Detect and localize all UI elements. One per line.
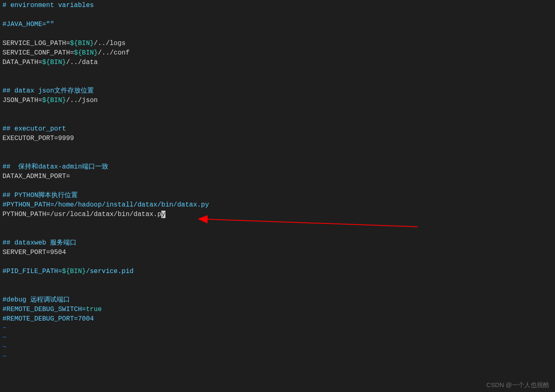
text-segment: /../data: [66, 59, 98, 66]
code-line: #PID_FILE_PATH=${BIN}/service.pid: [2, 267, 553, 276]
code-line: PYTHON_PATH=/usr/local/datax/bin/datax.p…: [2, 210, 553, 219]
tilde-segment: ~: [2, 353, 7, 361]
code-line: SERVICE_CONF_PATH=${BIN}/../conf: [2, 48, 553, 58]
code-line: EXECUTOR_PORT=9999: [2, 134, 553, 143]
comment-segment: #PID_FILE_PATH=: [2, 268, 62, 275]
text-segment: /../logs: [94, 40, 126, 47]
comment-segment: #PYTHON_PATH=/home/hadoop/install/datax/…: [2, 201, 209, 209]
text-segment: PYTHON_PATH=/usr/local/datax/bin/datax.p: [2, 211, 161, 218]
comment-segment: /service.pid: [86, 268, 134, 275]
comment-segment: #REMOTE_DEBUG_SWITCH=: [2, 306, 86, 313]
code-line: ## datax json文件存放位置: [2, 86, 553, 96]
code-line: [2, 181, 553, 191]
code-line: JSON_PATH=${BIN}/../json: [2, 96, 553, 105]
code-line: [2, 115, 553, 124]
comment-segment: ## datax json文件存放位置: [2, 87, 94, 95]
comment-segment: #debug 远程调试端口: [2, 296, 70, 304]
code-line: ## dataxweb 服务端口: [2, 238, 553, 248]
text-segment: EXECUTOR_PORT=9999: [2, 135, 74, 142]
var-segment: ${BIN}: [74, 49, 98, 57]
code-line: SERVER_PORT=9504: [2, 248, 553, 257]
code-line: [2, 276, 553, 286]
tilde-segment: ~: [2, 334, 7, 342]
comment-segment: ## dataxweb 服务端口: [2, 239, 77, 247]
code-line: #REMOTE_DEBUG_PORT=7004: [2, 314, 553, 324]
code-line: #REMOTE_DEBUG_SWITCH=true: [2, 305, 553, 314]
var-segment: ${BIN}: [42, 59, 66, 66]
code-line: [2, 77, 553, 86]
text-segment: DATA_PATH=: [2, 59, 42, 66]
text-segment: /../conf: [98, 49, 129, 57]
var-segment: ${BIN}: [62, 268, 86, 275]
code-line: ~: [2, 324, 553, 333]
var-segment: true: [86, 306, 102, 313]
code-line: [2, 219, 553, 229]
code-line: SERVICE_LOG_PATH=${BIN}/../logs: [2, 39, 553, 48]
text-segment: SERVICE_CONF_PATH=: [2, 49, 74, 57]
code-line: [2, 143, 553, 153]
code-line: ## 保持和datax-admin端口一致: [2, 162, 553, 172]
cursor-segment: y: [161, 211, 165, 218]
code-line: #PYTHON_PATH=/home/hadoop/install/datax/…: [2, 200, 553, 210]
tilde-segment: ~: [2, 344, 7, 351]
code-line: [2, 67, 553, 77]
watermark-text: CSDN @一个人也很酷: [486, 380, 549, 390]
text-segment: SERVER_PORT=9504: [2, 249, 66, 256]
comment-segment: ## 保持和datax-admin端口一致: [2, 163, 108, 171]
code-line: ~: [2, 343, 553, 352]
code-line: #JAVA_HOME="": [2, 20, 553, 29]
terminal-editor[interactable]: # environment variables #JAVA_HOME="" SE…: [0, 0, 555, 363]
code-line: [2, 153, 553, 162]
code-line: DATA_PATH=${BIN}/../data: [2, 58, 553, 67]
code-line: [2, 257, 553, 267]
code-line: [2, 10, 553, 20]
comment-segment: #JAVA_HOME="": [2, 21, 54, 28]
code-line: [2, 229, 553, 238]
tilde-segment: ~: [2, 325, 7, 332]
code-line: DATAX_ADMIN_PORT=: [2, 172, 553, 181]
code-line: ~: [2, 352, 553, 362]
text-segment: JSON_PATH=: [2, 97, 42, 104]
var-segment: ${BIN}: [42, 97, 66, 104]
comment-segment: ## PYTHON脚本执行位置: [2, 192, 78, 199]
comment-segment: #REMOTE_DEBUG_PORT=7004: [2, 315, 94, 323]
code-line: ## executor_port: [2, 124, 553, 134]
code-line: [2, 286, 553, 295]
code-line: [2, 105, 553, 115]
code-line: ~: [2, 333, 553, 343]
code-line: # environment variables: [2, 1, 553, 10]
code-line: [2, 29, 553, 39]
text-segment: DATAX_ADMIN_PORT=: [2, 173, 70, 180]
text-segment: /../json: [66, 97, 98, 104]
text-segment: SERVICE_LOG_PATH=: [2, 40, 70, 47]
comment-segment: # environment variables: [2, 2, 94, 9]
code-line: #debug 远程调试端口: [2, 295, 553, 305]
code-line: ## PYTHON脚本执行位置: [2, 191, 553, 200]
comment-segment: ## executor_port: [2, 125, 66, 133]
var-segment: ${BIN}: [70, 40, 94, 47]
